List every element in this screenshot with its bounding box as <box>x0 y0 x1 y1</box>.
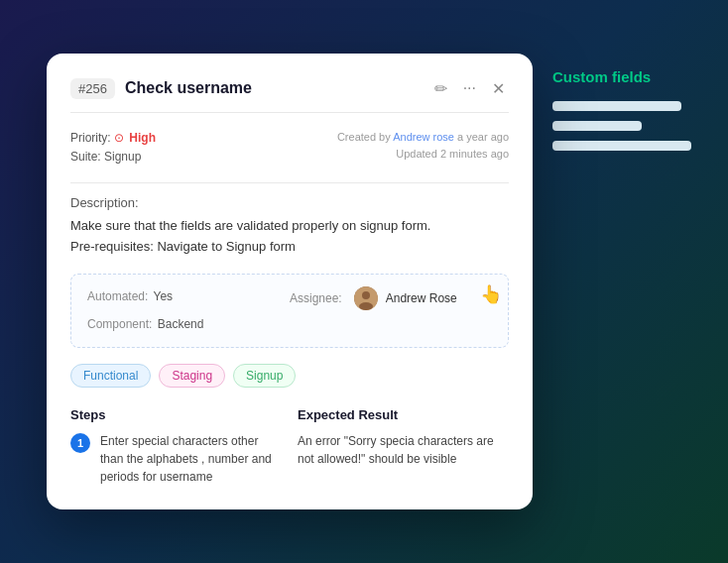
author-link[interactable]: Andrew rose <box>393 131 454 143</box>
assignee-name: Andrew Rose <box>386 291 457 305</box>
tags-row: Functional Staging Signup <box>70 364 509 388</box>
component-key: Component: <box>87 317 152 331</box>
steps-section: Steps 1 Enter special characters other t… <box>70 407 509 486</box>
svg-point-2 <box>359 302 373 310</box>
custom-fields-box: Automated: Yes Assignee: <box>70 274 509 349</box>
created-prefix: Created by <box>337 131 393 143</box>
description-text: Make sure that the fields are validated … <box>70 216 509 258</box>
meta-row: Priority: ⊙ High Suite: Signup Created b… <box>70 129 509 167</box>
automated-key: Automated: <box>87 289 148 303</box>
fields-grid: Automated: Yes Assignee: <box>87 286 492 336</box>
cursor-icon: 👆 <box>480 283 502 305</box>
automated-field: Automated: Yes <box>87 286 290 310</box>
description-label: Description: <box>70 195 509 210</box>
component-field: Component: Backend <box>87 314 290 336</box>
step-number-1: 1 <box>70 433 90 453</box>
tag-functional[interactable]: Functional <box>70 364 151 388</box>
priority-icon: ⊙ <box>114 131 124 145</box>
suite-row: Suite: Signup <box>70 148 156 167</box>
modal-title: Check username <box>125 79 421 97</box>
cf-bar-3 <box>552 141 691 151</box>
cf-bar-1 <box>552 101 681 111</box>
updated-row: Updated 2 minutes ago <box>337 146 509 164</box>
steps-col: Steps 1 Enter special characters other t… <box>70 407 282 486</box>
tag-signup[interactable]: Signup <box>233 364 296 388</box>
assignee-cell: Assignee: Andrew Rose 👆 <box>290 286 492 310</box>
priority-label-text: Priority: <box>70 131 114 145</box>
steps-title: Steps <box>70 407 282 422</box>
assignee-row: Assignee: Andrew Rose 👆 <box>290 286 492 310</box>
tag-staging[interactable]: Staging <box>159 364 225 388</box>
edit-icon[interactable]: ✏ <box>430 77 451 100</box>
close-icon[interactable]: ✕ <box>488 77 509 100</box>
component-value: Backend <box>158 317 204 331</box>
expected-col: Expected Result An error "Sorry specia c… <box>298 407 509 486</box>
modal-container: #256 Check username ✏ ··· ✕ Priority: ⊙ … <box>47 54 533 510</box>
avatar <box>354 286 378 310</box>
custom-fields-sidebar: Custom fields <box>552 68 691 151</box>
description-section: Description: Make sure that the fields a… <box>70 195 509 258</box>
step-item-1: 1 Enter special characters other than th… <box>70 432 282 486</box>
custom-fields-title: Custom fields <box>552 68 691 85</box>
modal-header: #256 Check username ✏ ··· ✕ <box>70 77 509 113</box>
expected-title: Expected Result <box>298 407 509 422</box>
created-by-row: Created by Andrew rose a year ago <box>337 129 509 147</box>
created-time: a year ago <box>457 131 509 143</box>
meta-left: Priority: ⊙ High Suite: Signup <box>70 129 156 167</box>
svg-point-1 <box>362 291 370 299</box>
priority-value: High <box>129 131 156 145</box>
cf-bar-2 <box>552 121 642 131</box>
assignee-key: Assignee: <box>290 291 342 305</box>
issue-id: #256 <box>70 78 115 99</box>
expected-text: An error "Sorry specia characters are no… <box>298 432 509 468</box>
automated-value: Yes <box>154 289 174 303</box>
description-line-2: Pre-requisites: Navigate to Signup form <box>70 237 509 258</box>
priority-row: Priority: ⊙ High <box>70 129 156 148</box>
description-line-1: Make sure that the fields are validated … <box>70 216 509 237</box>
more-icon[interactable]: ··· <box>459 77 480 99</box>
step-text-1: Enter special characters other than the … <box>100 432 282 486</box>
header-actions: ✏ ··· ✕ <box>430 77 509 100</box>
meta-right: Created by Andrew rose a year ago Update… <box>337 129 509 164</box>
divider-1 <box>70 182 509 183</box>
